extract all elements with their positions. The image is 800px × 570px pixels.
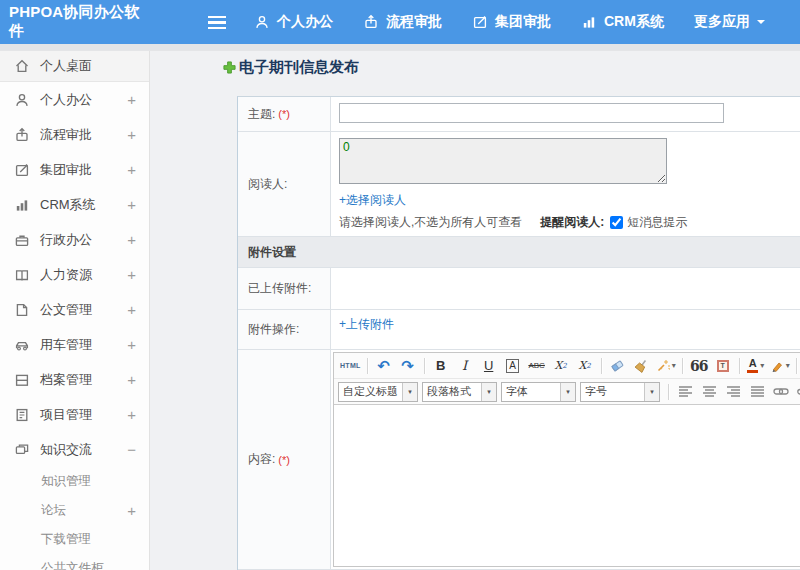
expand-toggle[interactable]: − (127, 442, 136, 457)
strikethrough-button[interactable]: ABC (525, 355, 549, 376)
sidebar-item-document-mgmt[interactable]: 公文管理+ (0, 292, 149, 327)
align-center-button[interactable] (697, 381, 721, 402)
sidebar: 个人桌面个人办公+流程审批+集团审批+CRM系统+行政办公+人力资源+公文管理+… (0, 51, 150, 570)
chat-icon (14, 442, 30, 458)
subject-label: 主题: (248, 106, 275, 123)
sidebar-subitem-public-file-cabinet[interactable]: 公共文件柜 (0, 554, 149, 570)
sidebar-item-human-resources[interactable]: 人力资源+ (0, 257, 149, 292)
nav-item-crm-system[interactable]: CRM系统 (581, 13, 664, 31)
subscript-button[interactable]: X2 (573, 355, 597, 376)
expand-toggle[interactable]: + (127, 127, 136, 142)
sub-base: X (578, 359, 586, 372)
doc-icon (14, 302, 30, 318)
font-color-button[interactable]: A ▾ (744, 355, 768, 376)
sidebar-item-project-mgmt[interactable]: 项目管理+ (0, 397, 149, 432)
sidebar-item-admin-office[interactable]: 行政办公+ (0, 222, 149, 257)
font-size-select[interactable]: 字号 ▾ (580, 382, 660, 402)
sidebar-item-label: 流程审批 (40, 126, 92, 144)
format-brush-icon[interactable] (630, 355, 654, 376)
app-logo[interactable]: PHPOA协同办公软件 (0, 3, 150, 41)
nav-item-workflow-approval[interactable]: 流程审批 (363, 13, 442, 31)
sidebar-subitem-knowledge-mgmt[interactable]: 知识管理 (0, 467, 149, 496)
expand-toggle[interactable]: + (127, 232, 136, 247)
paragraph-format-select[interactable]: 段落格式 ▾ (422, 382, 497, 402)
html-source-button[interactable]: HTML (338, 355, 363, 376)
highlight-pen-icon[interactable]: ▾ (768, 355, 792, 376)
attachment-op-label-cell: 附件操作: (238, 310, 331, 349)
redo-icon[interactable]: ↷ (396, 355, 420, 376)
expand-toggle[interactable]: + (127, 92, 136, 107)
hamburger-menu-icon[interactable] (208, 16, 226, 29)
dropdown-caret: ▾ (481, 383, 496, 401)
sidebar-item-crm-system[interactable]: CRM系统+ (0, 187, 149, 222)
dropdown-caret: ▾ (760, 361, 764, 370)
readers-textarea[interactable]: 0 (339, 138, 667, 184)
expand-toggle[interactable]: + (127, 267, 136, 282)
align-left-button[interactable] (673, 381, 697, 402)
superscript-button[interactable]: X2 (549, 355, 573, 376)
expand-toggle[interactable]: + (127, 503, 136, 518)
sidebar-item-vehicle-mgmt[interactable]: 用车管理+ (0, 327, 149, 362)
nav-item-more-apps[interactable]: 更多应用 (694, 13, 765, 31)
sidebar-item-archive-mgmt[interactable]: 档案管理+ (0, 362, 149, 397)
app-window: PHPOA协同办公软件 个人办公流程审批集团审批CRM系统更多应用 个人桌面个人… (0, 0, 800, 570)
nav-item-label: 流程审批 (386, 13, 442, 31)
edit-icon (472, 14, 488, 30)
attachment-op-label: 附件操作: (248, 321, 299, 338)
blockquote-button[interactable]: 66 (687, 355, 711, 376)
subject-cell (331, 97, 800, 131)
sidebar-item-desktop[interactable]: 个人桌面 (0, 51, 149, 82)
expand-toggle[interactable]: + (127, 407, 136, 422)
sidebar-subitem-download-mgmt[interactable]: 下载管理 (0, 525, 149, 554)
unlink-icon[interactable] (793, 381, 800, 402)
sidebar-item-workflow-approval[interactable]: 流程审批+ (0, 117, 149, 152)
toolbar-row-2: 自定义标题 ▾ 段落格式 ▾ 字体 ▾ (334, 379, 800, 404)
expand-toggle[interactable]: + (127, 337, 136, 352)
font-family-select[interactable]: 字体 ▾ (501, 382, 576, 402)
flow-icon (14, 127, 30, 143)
paste-plain-icon[interactable]: T (711, 355, 735, 376)
readers-hint: 请选择阅读人,不选为所有人可查看 (339, 214, 522, 231)
sidebar-item-knowledge-exchange[interactable]: 知识交流− (0, 432, 149, 467)
expand-toggle[interactable]: + (127, 302, 136, 317)
sidebar-item-group-approval[interactable]: 集团审批+ (0, 152, 149, 187)
attachment-section-header: 附件设置 (238, 237, 800, 268)
link-icon[interactable] (769, 381, 793, 402)
expand-toggle[interactable]: + (127, 197, 136, 212)
sms-notify-checkbox[interactable] (610, 216, 623, 229)
edit-icon (14, 162, 30, 178)
undo-icon[interactable]: ↶ (372, 355, 396, 376)
select-readers-link[interactable]: +选择阅读人 (339, 192, 406, 209)
readers-hint-line: 请选择阅读人,不选为所有人可查看 提醒阅读人: 短消息提示 (339, 214, 800, 231)
italic-button[interactable]: I (453, 355, 477, 376)
sidebar-submenu: 知识管理论坛+下载管理公共文件柜 (0, 467, 149, 570)
subject-input[interactable] (339, 103, 724, 123)
briefcase-icon (14, 232, 30, 248)
top-nav: 个人办公流程审批集团审批CRM系统更多应用 (254, 13, 765, 31)
upload-attachment-link[interactable]: +上传附件 (339, 317, 394, 331)
char-border-button[interactable]: A (501, 355, 525, 376)
bold-button[interactable]: B (429, 355, 453, 376)
nav-item-group-approval[interactable]: 集团审批 (472, 13, 551, 31)
dropdown-caret: ▾ (402, 383, 417, 401)
page-title-text: 电子期刊信息发布 (239, 58, 359, 77)
editor-content-area[interactable] (334, 405, 800, 566)
sidebar-item-personal-office[interactable]: 个人办公+ (0, 82, 149, 117)
sidebar-item-label: 项目管理 (40, 406, 92, 424)
eraser-icon[interactable] (606, 355, 630, 376)
uploaded-label-cell: 已上传附件: (238, 268, 331, 309)
uploaded-attachments-row: 已上传附件: (238, 268, 800, 310)
expand-toggle[interactable]: + (127, 372, 136, 387)
flow-icon (363, 14, 379, 30)
sidebar-item-label: 档案管理 (40, 371, 92, 389)
expand-toggle[interactable]: + (127, 162, 136, 177)
toolbar-separator (601, 358, 602, 374)
car-icon (14, 337, 30, 353)
align-right-button[interactable] (721, 381, 745, 402)
nav-item-personal-office[interactable]: 个人办公 (254, 13, 333, 31)
custom-title-select[interactable]: 自定义标题 ▾ (338, 382, 418, 402)
align-justify-button[interactable] (745, 381, 769, 402)
sidebar-subitem-forum[interactable]: 论坛+ (0, 496, 149, 525)
underline-button[interactable]: U (477, 355, 501, 376)
autoformat-wand-icon[interactable]: ▾ (654, 355, 678, 376)
